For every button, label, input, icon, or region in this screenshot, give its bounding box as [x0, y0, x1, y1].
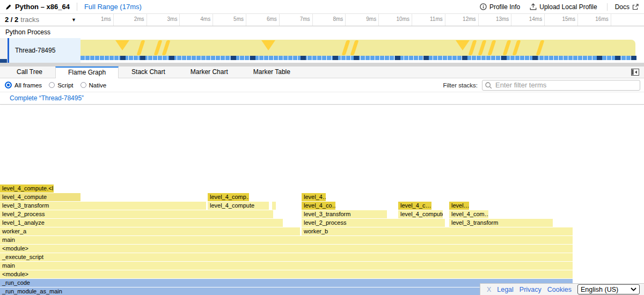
marker-slash-icon[interactable] [350, 40, 358, 55]
filter-stacks-input[interactable] [482, 80, 640, 91]
docs-button[interactable]: Docs [607, 3, 639, 11]
radio-native-label: Native [89, 82, 107, 88]
tab-marker-chart[interactable]: Marker Chart [178, 67, 240, 78]
flame-frame[interactable]: level_3_transform [0, 202, 206, 210]
radio-native[interactable]: Native [80, 82, 107, 88]
flame-frame[interactable]: worker_b [302, 227, 573, 235]
flame-frame[interactable]: level_4_comp… [208, 193, 249, 201]
flame-frame[interactable]: <module> [0, 245, 573, 253]
flame-frame[interactable]: worker_a [0, 227, 300, 235]
filter-stacks-label: Filter stacks: [443, 82, 478, 88]
marker-slash-icon[interactable] [536, 40, 544, 55]
ruler-tick: 3ms [147, 13, 180, 26]
marker-slash-icon[interactable] [478, 40, 486, 55]
sample-strip-dark-segment [423, 56, 429, 60]
timeline-scroll-thumb[interactable] [0, 59, 7, 63]
tab-flame-graph[interactable]: Flame Graph [55, 67, 119, 78]
marker-triangle-icon[interactable] [456, 40, 470, 50]
marker-slash-icon[interactable] [136, 40, 145, 55]
panel-splitter[interactable] [0, 63, 644, 67]
sample-strip-dark-segment [501, 56, 507, 60]
ruler-tick: 15ms [545, 13, 578, 26]
language-select[interactable]: English (US) [577, 284, 640, 294]
process-track-label: Python Process [5, 28, 50, 36]
marker-slash-icon[interactable] [502, 40, 511, 55]
sample-strip-dark-segment [169, 56, 174, 60]
sample-strip-dark-segment [462, 56, 467, 60]
radio-script-label: Script [57, 82, 73, 88]
flame-frame[interactable]: level_1_analyze [0, 219, 283, 227]
privacy-link[interactable]: Privacy [519, 286, 541, 293]
top-bar: Python – x86_64 Full Range (17ms) Profil… [0, 0, 644, 14]
ruler-tick: 12ms [445, 13, 479, 26]
profile-info-button[interactable]: Profile Info [480, 3, 520, 11]
flame-frame[interactable]: _execute_script [0, 253, 573, 261]
sample-strip[interactable] [80, 56, 635, 60]
upload-profile-button[interactable]: Upload Local Profile [530, 3, 597, 11]
process-track-header[interactable]: Python Process [0, 26, 644, 38]
flame-frame[interactable]: level… [449, 202, 469, 210]
flame-frame[interactable]: level_4_co… [302, 202, 335, 210]
tracks-word: tracks [20, 16, 39, 24]
breadcrumb-row: Complete “Thread-78495” [0, 92, 644, 105]
full-range-link[interactable]: Full Range (17ms) [77, 3, 142, 11]
flame-frame[interactable]: level_4_com… [449, 210, 488, 218]
marker-slash-icon[interactable] [153, 40, 162, 55]
tab-stack-chart[interactable]: Stack Chart [119, 67, 178, 78]
flame-frame[interactable] [272, 202, 276, 210]
ruler-tick: 9ms [346, 13, 379, 26]
thread-track-label[interactable]: Thread-78495 [8, 38, 80, 63]
language-value: English (US) [581, 286, 618, 293]
ruler-tick: 13ms [479, 13, 512, 26]
profile-name-group: Python – x86_64 Full Range (17ms) [0, 3, 142, 11]
cookies-link[interactable]: Cookies [547, 286, 572, 293]
filter-row: All frames Script Native Filter stacks: [0, 78, 644, 92]
pencil-icon[interactable] [5, 4, 12, 10]
marker-slash-icon[interactable] [162, 40, 170, 55]
flame-frame[interactable]: level_3_transform [449, 219, 553, 227]
top-actions: Profile Info Upload Local Profile Docs [470, 3, 644, 11]
footer-bar: X Legal Privacy Cookies English (US) [480, 283, 644, 295]
tab-call-tree[interactable]: Call Tree [4, 67, 55, 78]
marker-slash-icon[interactable] [341, 40, 350, 55]
flame-frame[interactable]: level_2_process [0, 210, 273, 218]
marker-slash-icon[interactable] [487, 40, 496, 55]
sample-strip-dark-segment [333, 56, 338, 60]
flame-frame[interactable]: main [0, 262, 573, 270]
flame-frame[interactable]: level_4_compute [0, 193, 80, 201]
ruler-tick: 11ms [412, 13, 445, 26]
flame-frame[interactable]: level_2_process [302, 219, 445, 227]
ruler-tick: 14ms [511, 13, 545, 26]
flame-frame[interactable]: level_4_compute.<l… [0, 185, 54, 193]
marker-triangle-icon[interactable] [115, 40, 129, 50]
radio-all-frames[interactable]: All frames [5, 82, 42, 88]
radio-icon [49, 82, 55, 88]
flame-frame[interactable]: level_4_compute [208, 202, 269, 210]
tab-bar: Call Tree Flame Graph Stack Chart Marker… [0, 67, 644, 78]
marker-triangle-icon[interactable] [261, 40, 275, 50]
ruler-tick: 5ms [213, 13, 246, 26]
timeline-ruler[interactable]: 1ms2ms3ms4ms5ms6ms7ms8ms9ms10ms11ms12ms1… [80, 13, 611, 26]
activity-graph[interactable] [80, 40, 635, 56]
ruler-tick: 6ms [246, 13, 280, 26]
docs-label: Docs [615, 3, 630, 11]
profiler-app: Python – x86_64 Full Range (17ms) Profil… [0, 0, 644, 295]
flame-frame[interactable]: level_3_transform [302, 210, 387, 218]
legal-link[interactable]: Legal [497, 286, 514, 293]
radio-script[interactable]: Script [49, 82, 73, 88]
tracks-dropdown[interactable]: 2 / 2 tracks ▼ [0, 13, 80, 26]
flame-graph-canvas[interactable]: level_4_compute.<l…level_4_computelevel_… [0, 105, 644, 295]
marker-slash-icon[interactable] [512, 40, 521, 55]
flame-frame[interactable]: <module> [0, 270, 573, 278]
profile-title: Python – x86_64 [15, 3, 70, 11]
flame-frame[interactable]: level_4_c… [398, 202, 431, 210]
flame-frame[interactable]: main [0, 236, 573, 244]
ruler-tick: 7ms [280, 13, 313, 26]
tab-marker-table[interactable]: Marker Table [241, 67, 303, 78]
sidebar-toggle-icon[interactable] [631, 69, 639, 76]
footer-close-button[interactable]: X [487, 286, 491, 293]
flame-frame[interactable]: level_4_compute [398, 210, 443, 218]
flame-frame[interactable]: level_4… [302, 193, 326, 201]
breadcrumb[interactable]: Complete “Thread-78495” [10, 94, 84, 102]
ruler-tick: 4ms [180, 13, 213, 26]
